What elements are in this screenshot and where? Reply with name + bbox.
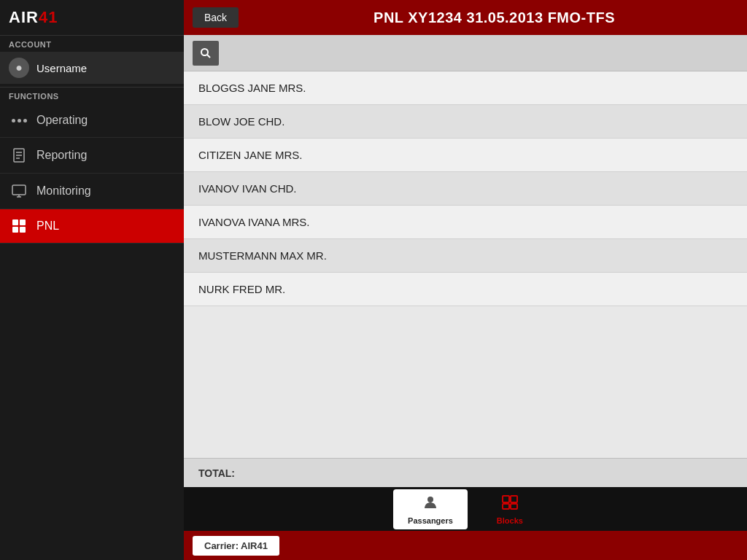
monitoring-label: Monitoring [36,184,91,198]
grid-icon [9,219,29,233]
blocks-tab-label: Blocks [497,516,523,525]
passenger-list: BLOGGS JANE MRS.BLOW JOE CHD.CITIZEN JAN… [184,71,747,458]
main-content: Back PNL XY1234 31.05.2013 FMO-TFS BLOGG… [184,0,747,560]
passenger-row[interactable]: IVANOV IVAN CHD. [184,172,747,206]
passenger-row[interactable]: CITIZEN JANE MRS. [184,139,747,172]
tab-passengers[interactable]: Passangers [393,489,468,529]
carrier-button[interactable]: Carrier: AIR41 [193,536,279,556]
back-button[interactable]: Back [193,7,239,28]
sidebar-item-reporting[interactable]: Reporting [0,138,184,174]
passenger-row[interactable]: MUSTERMANN MAX MR. [184,239,747,273]
account-section: ACCOUNT ● Username [0,35,184,84]
svg-point-7 [201,49,208,55]
passenger-row[interactable]: BLOW JOE CHD. [184,105,747,139]
account-label: ACCOUNT [0,36,184,52]
total-label: TOTAL: [198,467,235,479]
pnl-label: PNL [36,219,59,233]
passenger-row[interactable]: BLOGGS JANE MRS. [184,71,747,105]
search-button[interactable] [193,41,219,66]
passengers-icon [422,494,439,515]
passenger-row[interactable]: IVANOVA IVANA MRS. [184,206,747,239]
passenger-row[interactable]: NURK FRED MR. [184,273,747,306]
tab-blocks[interactable]: Blocks [482,489,538,529]
carrier-bar: Carrier: AIR41 [184,531,747,560]
logo-area: AIR41 [0,0,184,35]
sidebar-item-pnl[interactable]: PNL [0,209,184,244]
svg-rect-11 [511,496,517,502]
logo-suffix: 41 [39,8,58,26]
sidebar-item-monitoring[interactable]: Monitoring [0,174,184,209]
logo-prefix: AIR [9,8,39,26]
svg-rect-13 [511,504,517,509]
report-icon [9,148,29,163]
functions-section: FUNCTIONS Operating Reporting [0,87,184,244]
page-title: PNL XY1234 31.05.2013 FMO-TFS [250,9,738,26]
monitor-icon [9,184,29,198]
bottom-tabs: Passangers Blocks [184,487,747,531]
svg-line-8 [207,55,210,58]
username-item[interactable]: ● Username [0,52,184,84]
app-logo: AIR41 [9,8,58,27]
operating-label: Operating [36,114,88,127]
blocks-icon [501,494,519,515]
search-bar [184,35,747,71]
username-label: Username [36,62,87,74]
sidebar: AIR41 ACCOUNT ● Username FUNCTIONS Opera… [0,0,184,560]
functions-label: FUNCTIONS [0,88,184,104]
top-bar: Back PNL XY1234 31.05.2013 FMO-TFS [184,0,747,35]
svg-rect-12 [503,504,509,509]
passengers-tab-label: Passangers [408,516,453,525]
svg-point-9 [427,497,433,502]
user-icon: ● [9,58,29,78]
svg-rect-10 [503,496,509,502]
sidebar-item-operating[interactable]: Operating [0,104,184,138]
total-bar: TOTAL: [184,458,747,487]
svg-rect-4 [12,185,26,195]
reporting-label: Reporting [36,149,87,162]
dots-icon [9,119,29,122]
